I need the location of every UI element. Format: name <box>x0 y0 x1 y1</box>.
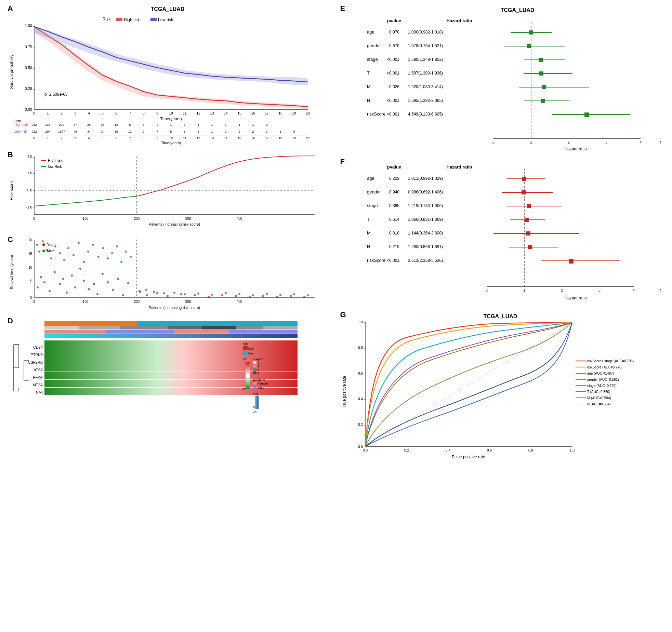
svg-text:N (AUC=0.654): N (AUC=0.654) <box>587 402 611 406</box>
svg-point-120 <box>37 286 39 288</box>
panel-g-y-label: True positive rate <box>342 376 347 408</box>
high-risk-legend-text: High risk <box>124 17 140 22</box>
svg-text:age (AUC=0.487): age (AUC=0.487) <box>587 372 614 375</box>
svg-point-189 <box>279 294 281 296</box>
svg-text:gender**: gender** <box>253 378 265 381</box>
svg-text:0: 0 <box>33 217 35 220</box>
svg-text:0.0: 0.0 <box>27 188 32 192</box>
svg-text:Female: Female <box>258 382 268 385</box>
svg-text:19: 19 <box>292 111 296 115</box>
panel-g: G TCGA_LUAD True positive rate 1.0 0.8 0… <box>340 310 666 467</box>
svg-text:stage (AUC=0.709): stage (AUC=0.709) <box>587 384 617 388</box>
svg-point-180 <box>163 292 165 294</box>
svg-text:0.026: 0.026 <box>389 84 399 89</box>
svg-text:<0.001: <0.001 <box>386 71 399 76</box>
svg-point-134 <box>96 293 98 295</box>
svg-text:8: 8 <box>143 111 145 115</box>
svg-text:1.0: 1.0 <box>27 171 32 175</box>
svg-point-164 <box>73 254 75 256</box>
svg-text:3: 3 <box>143 123 144 126</box>
svg-point-137 <box>112 289 114 291</box>
svg-point-183 <box>197 293 199 295</box>
svg-text:400: 400 <box>237 300 242 304</box>
svg-text:5: 5 <box>129 123 131 126</box>
svg-text:1.066(0.831-1.369): 1.066(0.831-1.369) <box>408 217 443 222</box>
svg-text:9: 9 <box>156 111 158 115</box>
svg-point-171 <box>107 257 109 259</box>
svg-point-148 <box>221 294 223 296</box>
panel-a-chart: TCGA_LUAD Risk High risk Low risk Surviv… <box>7 3 328 147</box>
svg-point-175 <box>125 251 127 253</box>
panel-g-roc: TCGA_LUAD True positive rate 1.0 0.8 0.6… <box>340 310 661 467</box>
panel-b-x-label: Patients (increasing risk score) <box>149 222 200 226</box>
y-tick-0.25: 0.25 <box>25 86 32 91</box>
svg-text:1: 1 <box>523 288 525 292</box>
svg-text:1.0: 1.0 <box>358 320 363 324</box>
svg-text:M: M <box>367 230 371 236</box>
svg-point-156 <box>38 251 40 253</box>
svg-text:gender (AUC=0.561): gender (AUC=0.561) <box>587 378 619 381</box>
svg-text:1.580(1.348-1.852): 1.580(1.348-1.852) <box>408 57 443 62</box>
svg-rect-333 <box>528 245 532 249</box>
svg-point-139 <box>122 294 124 296</box>
svg-point-184 <box>211 294 213 296</box>
svg-point-127 <box>66 292 68 294</box>
svg-text:0.978: 0.978 <box>389 30 399 35</box>
svg-text:18: 18 <box>278 111 282 115</box>
svg-text:-10: -10 <box>243 358 247 361</box>
svg-text:10: 10 <box>28 266 32 269</box>
svg-rect-213 <box>229 330 298 334</box>
svg-point-145 <box>180 293 182 295</box>
svg-text:riskScore (AUC=0.770): riskScore (AUC=0.770) <box>587 365 622 369</box>
svg-text:0.0: 0.0 <box>363 448 368 452</box>
svg-rect-206 <box>236 326 263 330</box>
svg-point-122 <box>43 281 45 283</box>
svg-text:-1.0: -1.0 <box>26 205 32 209</box>
panel-a-y-label: Survival probability <box>9 55 14 89</box>
svg-point-161 <box>59 252 61 254</box>
svg-text:5: 5 <box>184 130 185 133</box>
panel-b-chart: Risk score 2.0 1.0 0.0 -1.0 0 100 20 <box>7 150 328 232</box>
svg-text:1.078(0.764-1.521): 1.078(0.764-1.521) <box>408 43 443 48</box>
panel-c-label: C <box>8 235 13 244</box>
svg-text:1.144(0.364-3.600): 1.144(0.364-3.600) <box>408 231 443 236</box>
svg-text:100: 100 <box>83 217 89 220</box>
svg-text:1: 1 <box>252 123 254 126</box>
y-tick-0.00: 0.00 <box>25 107 32 111</box>
svg-text:CD74: CD74 <box>33 345 43 349</box>
right-column: E TCGA_LUAD pvalue Hazard ratio age 0.97… <box>336 0 672 632</box>
svg-point-136 <box>107 281 109 283</box>
svg-rect-278 <box>539 71 543 76</box>
svg-text:4: 4 <box>640 140 642 144</box>
svg-text:20: 20 <box>28 238 32 242</box>
svg-text:232: 232 <box>31 123 37 126</box>
svg-point-153 <box>290 295 292 297</box>
svg-text:8: 8 <box>143 136 144 140</box>
svg-point-131 <box>83 280 85 282</box>
svg-text:age: age <box>367 176 374 181</box>
svg-text:11: 11 <box>183 111 187 115</box>
svg-rect-273 <box>539 58 543 62</box>
svg-point-130 <box>79 268 81 270</box>
svg-text:40: 40 <box>253 411 256 414</box>
svg-rect-328 <box>526 231 530 236</box>
svg-rect-338 <box>569 259 574 264</box>
svg-text:0.8: 0.8 <box>358 346 363 350</box>
table-high-risk-label: High risk <box>14 123 28 126</box>
panel-a: A TCGA_LUAD Risk High risk Low risk Surv… <box>7 3 334 147</box>
panel-g-title: TCGA_LUAD <box>483 313 517 319</box>
panel-f-forest: pvalue Hazard ratio age 0.259 1.011(0.99… <box>340 157 661 307</box>
svg-rect-198 <box>137 321 298 326</box>
svg-text:1: 1 <box>211 130 213 133</box>
svg-text:6: 6 <box>115 111 117 115</box>
y-tick-0.75: 0.75 <box>25 45 32 49</box>
svg-text:Hazard ratio: Hazard ratio <box>446 164 472 170</box>
svg-rect-201 <box>44 326 79 330</box>
svg-text:Dead: Dead <box>47 243 55 247</box>
svg-text:CSF2RB: CSF2RB <box>28 360 43 364</box>
svg-text:100: 100 <box>83 300 89 304</box>
svg-point-125 <box>59 283 61 285</box>
svg-text:5: 5 <box>102 111 104 115</box>
svg-text:N: N <box>367 244 370 249</box>
svg-text:3: 3 <box>598 288 601 292</box>
